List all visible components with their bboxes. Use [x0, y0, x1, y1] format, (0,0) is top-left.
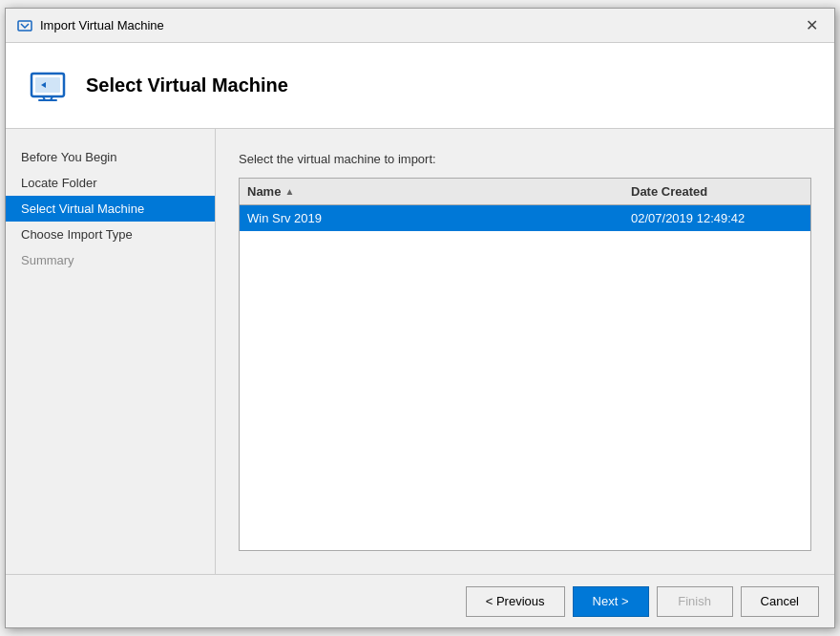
sidebar-item-locate-folder[interactable]: Locate Folder [6, 170, 215, 196]
import-vm-dialog: Import Virtual Machine ✕ Select Virtual … [5, 8, 835, 628]
vm-icon [29, 67, 67, 105]
sidebar-item-choose-import-type[interactable]: Choose Import Type [6, 222, 215, 247]
table-header: Name ▲ Date Created [240, 179, 810, 205]
content-area: Before You Begin Locate Folder Select Vi… [6, 129, 834, 574]
vm-name: Win Srv 2019 [247, 211, 631, 225]
col-header-name: Name ▲ [247, 184, 631, 199]
col-header-date: Date Created [631, 184, 803, 199]
title-bar-left: Import Virtual Machine [17, 18, 164, 33]
finish-button[interactable]: Finish [657, 586, 733, 617]
vm-date: 02/07/2019 12:49:42 [631, 211, 803, 225]
header-section: Select Virtual Machine [6, 43, 834, 129]
close-button[interactable]: ✕ [800, 14, 823, 37]
main-content: Select the virtual machine to import: Na… [216, 129, 834, 574]
sort-arrow-icon: ▲ [284, 186, 294, 197]
dialog-title: Import Virtual Machine [40, 18, 164, 32]
instruction-text: Select the virtual machine to import: [239, 152, 811, 166]
sidebar-item-before-you-begin[interactable]: Before You Begin [6, 144, 215, 170]
cancel-button[interactable]: Cancel [741, 586, 819, 617]
vm-table: Name ▲ Date Created Win Srv 2019 02/07/2… [239, 178, 811, 551]
window-icon [17, 18, 32, 33]
next-button[interactable]: Next > [573, 586, 649, 617]
table-row[interactable]: Win Srv 2019 02/07/2019 12:49:42 [240, 205, 810, 231]
sidebar: Before You Begin Locate Folder Select Vi… [6, 129, 216, 574]
table-body: Win Srv 2019 02/07/2019 12:49:42 [240, 205, 810, 550]
sidebar-item-summary[interactable]: Summary [6, 247, 215, 273]
header-title: Select Virtual Machine [86, 74, 288, 96]
svg-rect-2 [35, 77, 60, 93]
sidebar-item-select-vm[interactable]: Select Virtual Machine [6, 196, 215, 222]
previous-button[interactable]: < Previous [466, 586, 565, 617]
svg-rect-0 [18, 21, 32, 31]
footer: < Previous Next > Finish Cancel [6, 574, 834, 627]
title-bar: Import Virtual Machine ✕ [6, 9, 834, 43]
